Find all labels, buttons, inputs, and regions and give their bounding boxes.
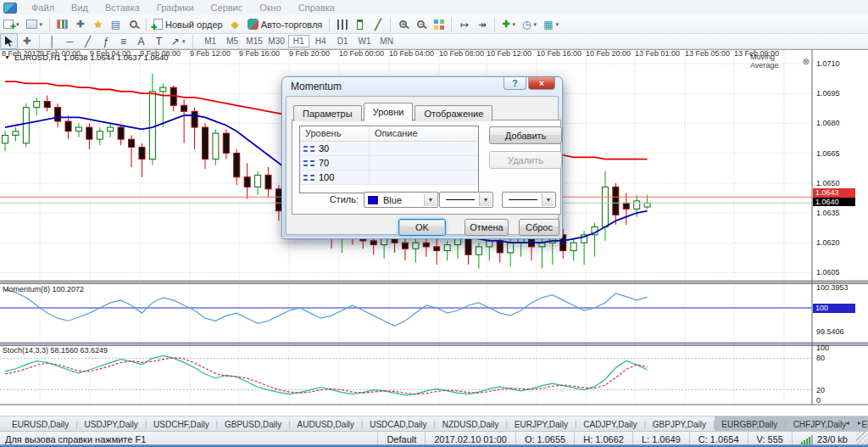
style-color-select[interactable]: Blue▼ xyxy=(364,192,438,208)
chart-tab-cadjpy-daily[interactable]: CADJPY,Daily xyxy=(576,418,643,431)
metaeditor-button[interactable]: ◆ xyxy=(226,16,244,32)
zoom-in-button[interactable]: + xyxy=(394,16,412,32)
cancel-button[interactable]: Отмена xyxy=(465,219,509,236)
auto-scroll-button[interactable]: ↦ xyxy=(455,16,473,32)
channel-icon: ≡ xyxy=(120,36,126,47)
horizontal-line-button[interactable]: ─ xyxy=(61,33,79,49)
axis-label: 100.3953 xyxy=(816,283,849,292)
style-label: Стиль: xyxy=(309,194,359,204)
chart-tab-gbpjpy-daily[interactable]: GBPJPY,Daily xyxy=(646,418,713,431)
chart-tab-eurjpy-daily[interactable]: EURJPY,Daily xyxy=(508,418,575,431)
timeframe-d1[interactable]: D1 xyxy=(332,35,353,47)
vertical-line-button[interactable]: │ xyxy=(43,33,61,49)
bar-chart-button[interactable] xyxy=(333,16,351,32)
axis-label: 10 Feb 20:00 xyxy=(586,49,631,58)
timeframe-mn[interactable]: MN xyxy=(376,35,398,47)
momentum-dialog[interactable]: Momentum ? × ПараметрыУровниОтображение … xyxy=(281,76,563,239)
data-window-button[interactable]: ✚ xyxy=(71,16,89,32)
terminal-icon: ▤ xyxy=(111,19,120,31)
menu-view[interactable]: Вид xyxy=(64,1,96,14)
table-row[interactable]: 30 xyxy=(300,142,478,156)
toolbar-separator xyxy=(39,35,40,48)
add-button[interactable]: Добавить xyxy=(489,126,562,144)
crosshair-button[interactable]: ✚ xyxy=(18,33,36,49)
timeframe-m1[interactable]: M1 xyxy=(200,35,221,47)
tab-visualization[interactable]: Отображение xyxy=(415,105,492,121)
chart-tab-eurusd-daily[interactable]: EURUSD,Daily xyxy=(5,418,75,431)
chart-tab-usdchf-daily[interactable]: USDCHF,Daily xyxy=(147,418,216,431)
axis-label: 9 Feb 00:00 xyxy=(40,49,81,58)
chart-tab-audusd-daily[interactable]: AUDUSD,Daily xyxy=(291,418,361,431)
table-row[interactable]: 70 xyxy=(300,156,478,170)
tile-windows-button[interactable] xyxy=(430,16,448,32)
metatrader-window: Файл Вид Вставка Графики Сервис Окно Спр… xyxy=(0,0,868,447)
axis-label: 9 Feb 08:00 xyxy=(140,49,181,58)
ok-button[interactable]: OK xyxy=(398,219,446,236)
axis-label: 1.0665 xyxy=(816,149,840,158)
fibonacci-button[interactable]: ƒ xyxy=(97,33,114,49)
menu-insert[interactable]: Вставка xyxy=(97,1,147,14)
arrows-button[interactable]: ↗▾ xyxy=(168,33,189,49)
market-watch-button[interactable] xyxy=(53,16,71,32)
text-tool-button[interactable]: A xyxy=(132,33,150,49)
indicators-button[interactable]: ✚▾ xyxy=(498,16,519,32)
axis-label: 9 Feb 20:00 xyxy=(289,49,330,58)
cursor-button[interactable] xyxy=(0,33,18,49)
timeframe-m15[interactable]: M15 xyxy=(244,35,265,47)
terminal-button[interactable]: ▤ xyxy=(107,16,125,32)
timeframe-h4[interactable]: H4 xyxy=(310,35,331,47)
timeframe-m30[interactable]: M30 xyxy=(266,35,287,47)
profiles-button[interactable]: ▾ xyxy=(23,16,47,32)
timeframe-m5[interactable]: M5 xyxy=(222,35,243,47)
line-chart-button[interactable]: ╱ xyxy=(369,16,387,32)
timeframe-w1[interactable]: W1 xyxy=(354,35,376,47)
line-style-select[interactable]: ▼ xyxy=(439,192,493,208)
toolbar-separator xyxy=(49,18,50,31)
new-order-icon xyxy=(153,19,163,30)
trendline-button[interactable]: ╱ xyxy=(79,33,97,49)
dialog-window-controls: ? × xyxy=(504,77,555,90)
candlestick-button[interactable] xyxy=(351,16,369,32)
autotrade-button[interactable]: Авто-торговля xyxy=(244,16,326,32)
chart-tab-usdjpy-daily[interactable]: USDJPY,Daily xyxy=(78,418,145,431)
chart-tab-eurgbp-daily[interactable]: EURGBP,Daily xyxy=(715,418,784,431)
table-row[interactable]: 100 xyxy=(300,170,478,185)
menu-help[interactable]: Справка xyxy=(291,1,342,14)
new-chart-button[interactable]: ▾ xyxy=(0,16,23,32)
crosshair-icon: ✚ xyxy=(23,36,31,47)
chart-tab-usdcad-daily[interactable]: USDCAD,Daily xyxy=(363,418,433,431)
levels-table[interactable]: Уровень Описание 30 70 100 xyxy=(299,126,479,193)
periods-button[interactable]: ◷▾ xyxy=(519,16,540,32)
help-button[interactable]: ? xyxy=(504,77,526,90)
templates-button[interactable]: ▦▾ xyxy=(540,16,562,32)
templates-icon: ▦ xyxy=(543,19,553,31)
chart-tab-chfjpy-daily[interactable]: CHFJPY,Daily xyxy=(787,418,854,431)
menu-charts[interactable]: Графики xyxy=(149,1,202,14)
new-order-button[interactable]: Новый ордер xyxy=(150,16,226,32)
delete-button[interactable]: Удалить xyxy=(489,151,562,169)
line-width-select[interactable]: ▼ xyxy=(502,192,556,208)
chart-tab-nzdusd-daily[interactable]: NZDUSD,Daily xyxy=(436,418,506,431)
dialog-client: ПараметрыУровниОтображение Уровень Описа… xyxy=(286,96,559,235)
timeframe-h1[interactable]: H1 xyxy=(288,35,309,47)
menu-tools[interactable]: Сервис xyxy=(203,1,251,14)
menu-file[interactable]: Файл xyxy=(24,1,62,14)
channel-button[interactable]: ≡ xyxy=(114,33,132,49)
close-button[interactable]: × xyxy=(528,77,555,90)
reset-button[interactable]: Сброс xyxy=(519,219,559,236)
chart-tabs: EURUSD,Daily|USDJPY,Daily|USDCHF,Daily|G… xyxy=(0,416,868,431)
menu-window[interactable]: Окно xyxy=(252,1,289,14)
axis-label: 10 Feb 00:00 xyxy=(339,49,384,58)
strategy-tester-button[interactable] xyxy=(125,16,142,32)
axis-label: 80 xyxy=(816,354,825,362)
tab-parameters[interactable]: Параметры xyxy=(293,105,362,121)
chart-shift-button[interactable]: ↠ xyxy=(473,16,491,32)
label-tool-button[interactable]: T xyxy=(150,33,168,49)
level-icon xyxy=(303,146,314,152)
tab-levels[interactable]: Уровни xyxy=(364,103,414,121)
zoom-out-button[interactable]: − xyxy=(412,16,430,32)
chart-tab-gbpusd-daily[interactable]: GBPUSD,Daily xyxy=(218,418,288,431)
tab-scroll-arrows[interactable]: ◂ ▸ xyxy=(846,419,865,427)
axis-label: 1.0710 xyxy=(816,59,840,68)
navigator-button[interactable]: ★ xyxy=(89,16,107,32)
